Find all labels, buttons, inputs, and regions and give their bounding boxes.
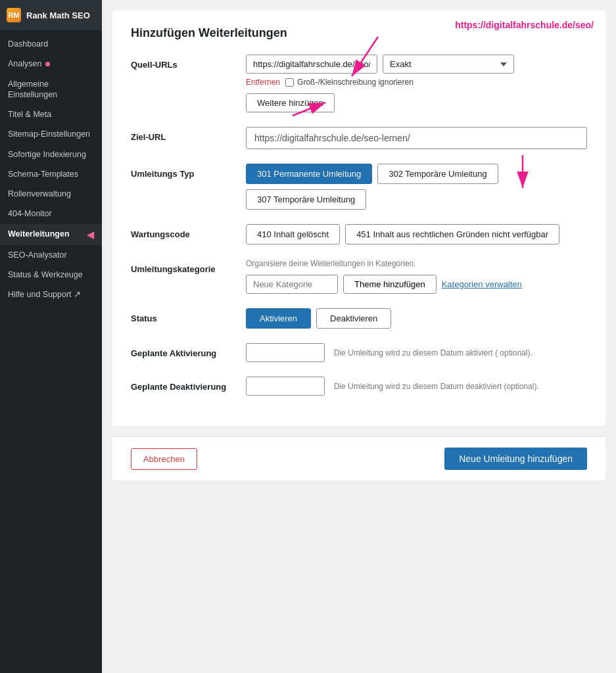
source-url-field: Exakt Enthält Startet mit Endet mit Regu… <box>246 55 587 112</box>
wartung-410[interactable]: 410 Inhalt gelöscht <box>246 224 340 244</box>
geplante-deaktivierung-label: Geplante Deaktivierung <box>131 377 246 392</box>
sidebar-item-weiterleitungen[interactable]: Weiterleitungen ◀ <box>0 224 102 245</box>
status-group: Aktivieren Deaktivieren <box>246 308 587 329</box>
geplante-aktivierung-field: Die Umleitung wird zu diesem Datum aktiv… <box>246 343 587 362</box>
sidebar-item-label: SEO-Analysator <box>8 250 67 260</box>
ziel-url-input[interactable] <box>246 127 587 149</box>
geplante-deaktivierung-row: Geplante Deaktivierung Die Umleitung wir… <box>131 377 587 396</box>
sidebar-item-analysen[interactable]: Analysen <box>0 54 102 74</box>
rank-math-icon: RM <box>7 8 21 22</box>
case-sensitive-checkbox[interactable] <box>285 78 294 87</box>
ziel-url-field <box>246 127 587 149</box>
sidebar-item-schema[interactable]: Schema-Templates <box>0 164 102 184</box>
status-row: Status Aktivieren Deaktivieren <box>131 308 587 329</box>
geplante-aktivierung-label: Geplante Aktivierung <box>131 343 246 358</box>
sidebar-item-label: Sitemap-Einstellungen <box>8 129 90 139</box>
wartung-451[interactable]: 451 Inhalt aus rechtlichen Gründen nicht… <box>345 224 559 244</box>
sidebar-item-titel-meta[interactable]: Titel & Meta <box>0 104 102 124</box>
checkbox-label: Groß-/Kleinschreibung ignorieren <box>285 78 414 87</box>
notification-dot <box>45 62 50 66</box>
active-arrow: ◀ <box>87 229 94 241</box>
kategorie-row: Umleitungskategorie Organisiere deine We… <box>131 259 587 294</box>
kategorie-field: Organisiere deine Weiterleitungen in Kat… <box>246 259 587 294</box>
sidebar-item-rollen[interactable]: Rollenverwaltung <box>0 184 102 204</box>
deaktivierung-hint: Die Umleitung wird zu diesem Datum deakt… <box>334 382 539 391</box>
match-type-select[interactable]: Exakt Enthält Startet mit Endet mit Regu… <box>383 55 514 74</box>
sidebar-item-seo-analysator[interactable]: SEO-Analysator <box>0 245 102 265</box>
sidebar-item-status[interactable]: Status & Werkzeuge <box>0 265 102 285</box>
redirect-type-label: Umleitungs Typ <box>131 164 246 179</box>
aktivierung-date-input[interactable] <box>246 343 325 362</box>
ziel-url-row: Ziel-URL <box>131 127 587 149</box>
add-more-button[interactable]: Weitere hinzügen <box>246 93 335 112</box>
sidebar-item-label: Sofortige Indexierung <box>8 149 86 160</box>
abbrechen-button[interactable]: Abbrechen <box>131 448 197 470</box>
redirect-type-group: 301 Permanente Umleitung 302 Temporäre U… <box>246 164 587 210</box>
deaktivierung-date-input[interactable] <box>246 377 325 396</box>
sidebar-item-label: Allgemeine Einstellungen <box>8 79 94 101</box>
sidebar-logo[interactable]: RM Rank Math SEO <box>0 0 102 30</box>
status-label: Status <box>131 308 246 323</box>
redirect-type-301[interactable]: 301 Permanente Umleitung <box>246 164 372 184</box>
sidebar-logo-text: Rank Math SEO <box>26 11 90 20</box>
remove-link[interactable]: Entfernen <box>246 78 280 87</box>
sidebar-item-hilfe[interactable]: Hilfe und Support ↗ <box>0 285 102 304</box>
kategorien-verwalten-link[interactable]: Kategorien verwalten <box>442 279 522 289</box>
sidebar: RM Rank Math SEO Dashboard Analysen Allg… <box>0 0 102 673</box>
ziel-url-label: Ziel-URL <box>131 127 246 142</box>
sidebar-nav: Dashboard Analysen Allgemeine Einstellun… <box>0 30 102 673</box>
sidebar-item-label: Dashboard <box>8 39 48 49</box>
geplante-deaktivierung-field: Die Umleitung wird zu diesem Datum deakt… <box>246 377 587 396</box>
kategorie-label: Umleitungskategorie <box>131 259 246 274</box>
wartung-row: Wartungscode 410 Inhalt gelöscht 451 Inh… <box>131 224 587 244</box>
sidebar-item-label: Rollenverwaltung <box>8 189 71 199</box>
sidebar-item-indexierung[interactable]: Sofortige Indexierung <box>0 145 102 164</box>
sidebar-item-label: Titel & Meta <box>8 109 51 120</box>
sidebar-item-allgemeine[interactable]: Allgemeine Einstellungen <box>0 74 102 105</box>
checkbox-text: Groß-/Kleinschreibung ignorieren <box>297 78 414 87</box>
kategorie-group: Theme hinzufügen Kategorien verwalten <box>246 275 587 294</box>
redirect-type-307[interactable]: 307 Temporäre Umleitung <box>246 189 366 210</box>
sidebar-item-label: Status & Werkzeuge <box>8 269 83 280</box>
status-deaktivieren[interactable]: Deaktivieren <box>316 308 391 329</box>
source-url-row: Quell-URLs Exakt Enthält Startet mit End… <box>131 55 587 112</box>
sidebar-item-sitemap[interactable]: Sitemap-Einstellungen <box>0 124 102 144</box>
wartung-field: 410 Inhalt gelöscht 451 Inhalt aus recht… <box>246 224 587 244</box>
wartung-label: Wartungscode <box>131 224 246 239</box>
sidebar-item-dashboard[interactable]: Dashboard <box>0 34 102 54</box>
wartung-group: 410 Inhalt gelöscht 451 Inhalt aus recht… <box>246 224 587 244</box>
redirect-type-row: Umleitungs Typ 301 Permanente Umleitung … <box>131 164 587 210</box>
sidebar-item-label: Schema-Templates <box>8 169 78 179</box>
theme-button[interactable]: Theme hinzufügen <box>343 275 437 294</box>
sidebar-item-label: 404-Monitor <box>8 208 52 219</box>
source-url-label: Quell-URLs <box>131 55 246 70</box>
sidebar-item-label: Weiterleitungen <box>8 229 70 239</box>
form-container: https://digitalfahrschule.de/seo/ Hinzuf… <box>112 11 605 426</box>
main-content: https://digitalfahrschule.de/seo/ Hinzuf… <box>102 0 616 673</box>
redirect-type-302[interactable]: 302 Temporäre Umleitung <box>377 164 498 184</box>
form-footer: Abbrechen Neue Umleitung hinzufügen <box>112 436 605 480</box>
redirect-type-field: 301 Permanente Umleitung 302 Temporäre U… <box>246 164 587 210</box>
status-aktivieren[interactable]: Aktivieren <box>246 308 311 329</box>
form-title: Hinzufügen Weiterleitungen <box>131 26 587 40</box>
sidebar-item-monitor[interactable]: 404-Monitor <box>0 204 102 223</box>
sidebar-item-label: Hilfe und Support ↗ <box>8 289 81 300</box>
geplante-aktivierung-row: Geplante Aktivierung Die Umleitung wird … <box>131 343 587 362</box>
sidebar-item-label: Analysen <box>8 58 41 69</box>
status-field: Aktivieren Deaktivieren <box>246 308 587 329</box>
aktivierung-hint: Die Umleitung wird zu diesem Datum aktiv… <box>334 348 533 358</box>
neue-kategorie-input[interactable] <box>246 275 338 294</box>
kategorie-hint: Organisiere deine Weiterleitungen in Kat… <box>246 259 587 268</box>
source-url-input[interactable] <box>246 55 377 74</box>
hinzufuegen-button[interactable]: Neue Umleitung hinzufügen <box>444 448 587 470</box>
